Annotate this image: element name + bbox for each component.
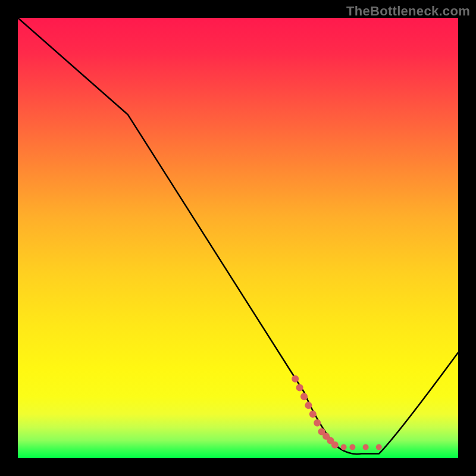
watermark-text: TheBottleneck.com: [346, 4, 470, 19]
chart-svg: [18, 18, 458, 458]
marker-dot: [331, 441, 339, 449]
marker-group: [292, 375, 382, 450]
marker-dot: [349, 444, 355, 450]
marker-dot: [292, 375, 299, 383]
marker-dot: [314, 419, 321, 427]
curve-path: [18, 18, 458, 454]
marker-dot: [309, 411, 317, 418]
marker-dot: [305, 402, 312, 409]
marker-dot: [300, 393, 308, 400]
marker-dot: [341, 444, 347, 450]
marker-dot: [296, 384, 303, 392]
plot-area: [18, 18, 458, 458]
marker-dot: [376, 444, 382, 450]
marker-dot: [363, 444, 369, 450]
